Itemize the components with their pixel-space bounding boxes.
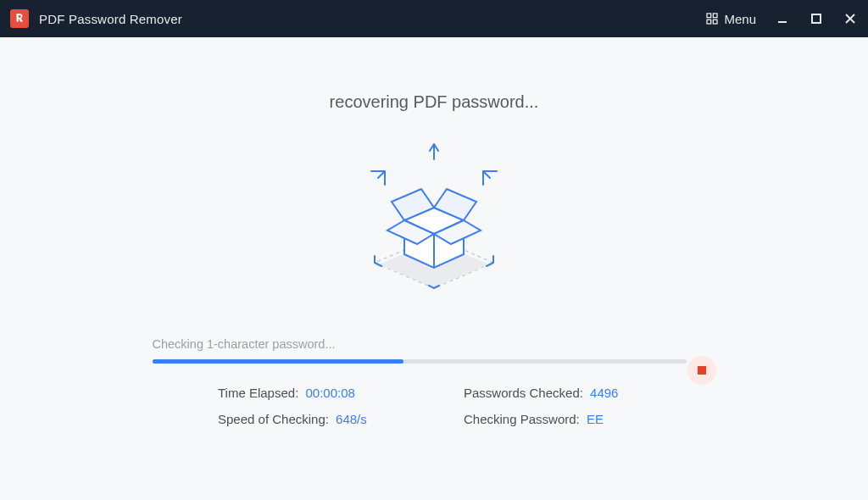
stat-time-elapsed: Time Elapsed: 00:00:08 xyxy=(218,386,455,400)
stat-label: Passwords Checked: xyxy=(464,386,583,400)
stat-value: EE xyxy=(587,412,604,426)
box-illustration xyxy=(324,136,544,314)
content-area: recovering PDF password... xyxy=(0,92,868,500)
progress-status-text: Checking 1-character password... xyxy=(153,337,716,351)
apps-grid-icon xyxy=(705,12,719,25)
stop-icon xyxy=(698,366,706,375)
status-heading: recovering PDF password... xyxy=(0,92,868,112)
stat-value: 00:00:08 xyxy=(306,386,355,400)
svg-rect-0 xyxy=(707,14,711,18)
close-button[interactable] xyxy=(843,11,858,26)
stat-checking-password: Checking Password: EE xyxy=(464,412,701,426)
maximize-button[interactable] xyxy=(809,11,824,26)
stat-value: 648/s xyxy=(336,412,367,426)
svg-rect-1 xyxy=(714,14,718,18)
stat-label: Checking Password: xyxy=(464,412,580,426)
stat-value: 4496 xyxy=(590,386,618,400)
svg-rect-2 xyxy=(707,19,711,24)
stats-grid: Time Elapsed: 00:00:08 Passwords Checked… xyxy=(167,386,701,426)
stat-label: Time Elapsed: xyxy=(218,386,298,400)
stat-speed: Speed of Checking: 648/s xyxy=(218,412,455,426)
progress-fill xyxy=(153,359,403,364)
stat-passwords-checked: Passwords Checked: 4496 xyxy=(464,386,701,400)
svg-rect-3 xyxy=(714,19,718,24)
progress-bar xyxy=(153,359,687,364)
minimize-button[interactable] xyxy=(775,11,790,26)
menu-label: Menu xyxy=(724,12,756,26)
progress-section: Checking 1-character password... xyxy=(153,337,716,364)
stat-label: Speed of Checking: xyxy=(218,412,329,426)
app-title: PDF Password Remover xyxy=(39,12,182,26)
menu-button[interactable]: Menu xyxy=(705,12,756,26)
stop-button[interactable] xyxy=(687,356,716,385)
title-bar: PDF Password Remover Menu xyxy=(0,0,868,37)
app-logo-icon xyxy=(10,9,29,28)
svg-rect-5 xyxy=(812,14,821,23)
